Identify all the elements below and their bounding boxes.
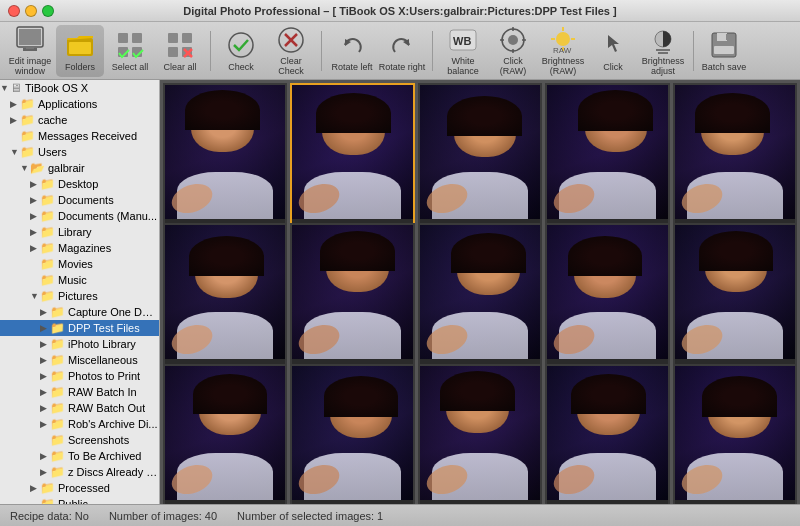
photo-cell[interactable]: 📷 RAW 4C652681.TIF bbox=[163, 364, 287, 504]
minimize-button[interactable] bbox=[25, 5, 37, 17]
sidebar-item-processed[interactable]: ▶📁Processed bbox=[0, 480, 159, 496]
folder-icon: 📁 bbox=[50, 305, 65, 319]
sidebar-item-raw-batch-in[interactable]: ▶📁RAW Batch In bbox=[0, 384, 159, 400]
check-icon bbox=[225, 29, 257, 61]
sidebar-item-miscellaneous[interactable]: ▶📁Miscellaneous bbox=[0, 352, 159, 368]
tree-arrow: ▼ bbox=[0, 83, 10, 93]
sidebar-item-dpp-test[interactable]: ▶📁DPP Test Files bbox=[0, 320, 159, 336]
sidebar-item-galbrair[interactable]: ▼📂galbrair bbox=[0, 160, 159, 176]
clear-check-button[interactable]: ClearCheck bbox=[267, 25, 315, 77]
select-all-button[interactable]: Select all bbox=[106, 25, 154, 77]
click-button[interactable]: Click bbox=[589, 25, 637, 77]
photo-cell[interactable]: 📷 RAW 4C652682.TIF bbox=[290, 364, 414, 504]
separator-3 bbox=[432, 31, 433, 71]
folder-icon: 📁 bbox=[40, 193, 55, 207]
sidebar-item-users[interactable]: ▼📁Users bbox=[0, 144, 159, 160]
clear-all-icon bbox=[164, 29, 196, 61]
check-label: Check bbox=[228, 63, 254, 73]
sidebar-item-applications[interactable]: ▶📁Applications bbox=[0, 96, 159, 112]
maximize-button[interactable] bbox=[42, 5, 54, 17]
photo-cell[interactable]: 📷 RAW 4C652685.TIF bbox=[673, 364, 797, 504]
recipe-status: Recipe data: No bbox=[10, 510, 89, 522]
sidebar-item-photos-print[interactable]: ▶📁Photos to Print bbox=[0, 368, 159, 384]
sidebar-item-library[interactable]: ▶📁Library bbox=[0, 224, 159, 240]
svg-rect-12 bbox=[168, 47, 178, 57]
sidebar-item-capture-one[interactable]: ▶📁Capture One Det... bbox=[0, 304, 159, 320]
tree-label: Processed bbox=[58, 482, 110, 494]
click-label: Click bbox=[603, 63, 623, 73]
photo-cell[interactable]: 📷 RAW 4C652683.TIF bbox=[418, 364, 542, 504]
sidebar-item-public[interactable]: 📁Public bbox=[0, 496, 159, 504]
photo-thumbnail bbox=[292, 366, 412, 500]
tree-label: Photos to Print bbox=[68, 370, 140, 382]
tree-label: TiBook OS X bbox=[25, 82, 88, 94]
titlebar: Digital Photo Professional – [ TiBook OS… bbox=[0, 0, 800, 22]
folders-label: Folders bbox=[65, 63, 95, 73]
rotate-left-button[interactable]: Rotate left bbox=[328, 25, 376, 77]
sidebar-item-pictures[interactable]: ▼📁Pictures bbox=[0, 288, 159, 304]
folder-icon: 📁 bbox=[40, 209, 55, 223]
folder-icon: 📁 bbox=[40, 497, 55, 504]
tree-label: Capture One Det... bbox=[68, 306, 159, 318]
file-tree[interactable]: ▼🖥TiBook OS X▶📁Applications▶📁cache📁Messa… bbox=[0, 80, 159, 504]
tree-arrow: ▶ bbox=[40, 467, 50, 477]
check-button[interactable]: Check bbox=[217, 25, 265, 77]
click-raw-icon bbox=[497, 25, 529, 55]
click-icon bbox=[597, 29, 629, 61]
image-count: Number of images: 40 bbox=[109, 510, 217, 522]
photo-cell[interactable]: 📷 RAW 4C652684.TIF bbox=[545, 364, 669, 504]
sidebar-item-documents[interactable]: ▶📁Documents bbox=[0, 192, 159, 208]
photo-thumbnail bbox=[292, 85, 412, 219]
rotate-right-button[interactable]: Rotate right bbox=[378, 25, 426, 77]
brightness-adjust-button[interactable]: Brightnessadjust bbox=[639, 25, 687, 77]
selected-count: Number of selected images: 1 bbox=[237, 510, 383, 522]
sidebar-item-robs-archive[interactable]: ▶📁Rob's Archive Di... bbox=[0, 416, 159, 432]
batch-save-label: Batch save bbox=[702, 63, 747, 73]
svg-text:RAW: RAW bbox=[553, 46, 572, 55]
tree-label: To Be Archived bbox=[68, 450, 141, 462]
sidebar-item-cache[interactable]: ▶📁cache bbox=[0, 112, 159, 128]
white-balance-icon: WB bbox=[447, 25, 479, 55]
tree-label: Documents bbox=[58, 194, 114, 206]
white-balance-button[interactable]: WB Whitebalance bbox=[439, 25, 487, 77]
brightness-raw-label: Brightness(RAW) bbox=[542, 57, 585, 77]
batch-save-button[interactable]: Batch save bbox=[700, 25, 748, 77]
close-button[interactable] bbox=[8, 5, 20, 17]
brightness-raw-icon: RAW bbox=[547, 25, 579, 55]
sidebar-item-raw-batch-out[interactable]: ▶📁RAW Batch Out bbox=[0, 400, 159, 416]
folder-icon: 📁 bbox=[40, 273, 55, 287]
tool-group-wb: WB Whitebalance Click(RAW) bbox=[439, 25, 687, 77]
sidebar-item-magazines[interactable]: ▶📁Magazines bbox=[0, 240, 159, 256]
tree-arrow: ▶ bbox=[40, 419, 50, 429]
sidebar-item-tibook[interactable]: ▼🖥TiBook OS X bbox=[0, 80, 159, 96]
photo-info: 📷 RAW 4C652685.TIF bbox=[675, 500, 795, 504]
tree-arrow: ▶ bbox=[40, 451, 50, 461]
sidebar-item-screenshots[interactable]: 📁Screenshots bbox=[0, 432, 159, 448]
main-area: ▼🖥TiBook OS X▶📁Applications▶📁cache📁Messa… bbox=[0, 80, 800, 504]
sidebar-item-desktop[interactable]: ▶📁Desktop bbox=[0, 176, 159, 192]
sidebar-item-movies[interactable]: 📁Movies bbox=[0, 256, 159, 272]
edit-image-icon bbox=[14, 25, 46, 55]
tree-arrow: ▶ bbox=[40, 371, 50, 381]
sidebar-item-documents-manual[interactable]: ▶📁Documents (Manu... bbox=[0, 208, 159, 224]
sidebar-item-messages[interactable]: 📁Messages Received bbox=[0, 128, 159, 144]
svg-rect-42 bbox=[726, 34, 729, 40]
sidebar-item-iphoto[interactable]: ▶📁iPhoto Library bbox=[0, 336, 159, 352]
tree-label: cache bbox=[38, 114, 67, 126]
sidebar-item-z-discs[interactable]: ▶📁z Discs Already V... bbox=[0, 464, 159, 480]
brightness-raw-button[interactable]: RAW Brightness(RAW) bbox=[539, 25, 587, 77]
click-raw-button[interactable]: Click(RAW) bbox=[489, 25, 537, 77]
svg-rect-6 bbox=[118, 33, 128, 43]
svg-rect-7 bbox=[132, 33, 142, 43]
tree-arrow: ▶ bbox=[40, 403, 50, 413]
sidebar-item-to-be-archived[interactable]: ▶📁To Be Archived bbox=[0, 448, 159, 464]
folder-icon: 📁 bbox=[50, 321, 65, 335]
edit-image-window-button[interactable]: Edit imagewindow bbox=[6, 25, 54, 77]
folder-icon: 📁 bbox=[40, 289, 55, 303]
clear-check-icon bbox=[275, 25, 307, 55]
folders-button[interactable]: Folders bbox=[56, 25, 104, 77]
clear-all-button[interactable]: Clear all bbox=[156, 25, 204, 77]
sidebar-item-music[interactable]: 📁Music bbox=[0, 272, 159, 288]
folder-icon: 📁 bbox=[40, 225, 55, 239]
folder-icon: 📁 bbox=[20, 145, 35, 159]
